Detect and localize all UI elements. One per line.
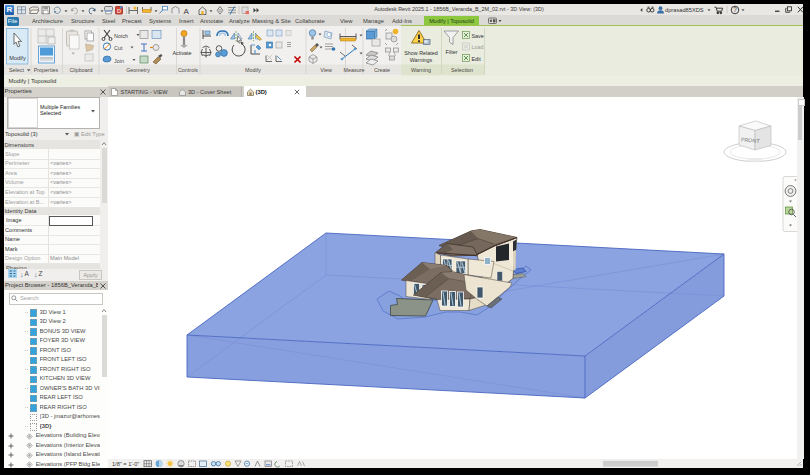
svg-text:Edit: Edit <box>472 56 482 62</box>
svg-text:Warning: Warning <box>411 67 431 73</box>
svg-text:Z: Z <box>39 270 43 277</box>
svg-text:?: ? <box>733 6 737 13</box>
svg-text:dprasad85XDS: dprasad85XDS <box>665 7 704 13</box>
svg-text:Controls: Controls <box>178 67 198 73</box>
svg-text:Modify: Modify <box>245 67 261 73</box>
svg-text:Selection: Selection <box>451 67 473 73</box>
svg-text:1/8" = 1'-0": 1/8" = 1'-0" <box>112 461 139 467</box>
svg-text:Cut: Cut <box>114 45 123 51</box>
svg-text:Load: Load <box>472 44 484 50</box>
svg-text:View: View <box>320 67 332 73</box>
svg-text:Activate: Activate <box>172 50 191 56</box>
svg-text:Measure: Measure <box>344 67 365 73</box>
svg-text:A: A <box>25 270 30 277</box>
svg-text:Modify: Modify <box>9 55 26 61</box>
svg-text:Show Related: Show Related <box>404 50 438 56</box>
svg-text:Select: Select <box>9 67 24 73</box>
svg-text:Geometry: Geometry <box>126 67 150 73</box>
svg-text:↓: ↓ <box>34 271 38 278</box>
svg-text:Save: Save <box>472 33 484 39</box>
svg-text:Notch: Notch <box>114 33 128 39</box>
svg-text:↓: ↓ <box>20 271 24 278</box>
svg-text:Filter: Filter <box>446 49 458 55</box>
svg-text:Create: Create <box>374 67 390 73</box>
svg-text:A: A <box>184 6 190 15</box>
svg-text:Properties: Properties <box>34 67 59 73</box>
svg-text:Join: Join <box>114 58 124 64</box>
svg-text:Clipboard: Clipboard <box>69 67 92 73</box>
svg-text:Warnings: Warnings <box>410 57 433 63</box>
